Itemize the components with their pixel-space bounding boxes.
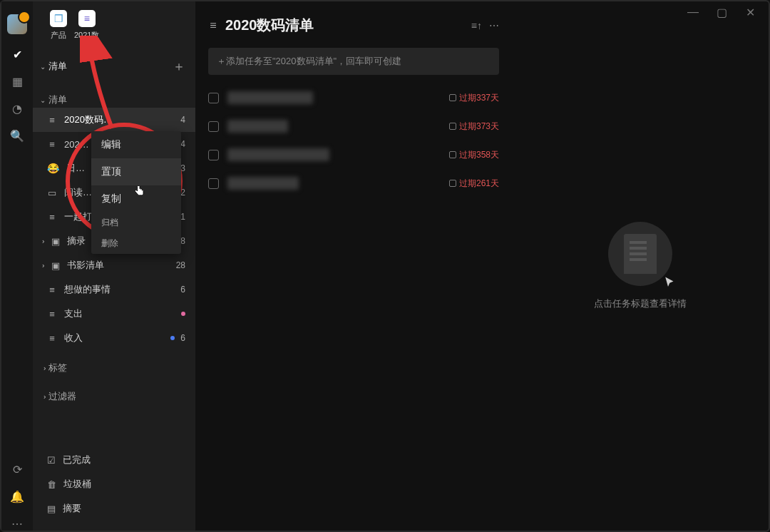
side-panel: ❒ 产品 ≡ 2021数 ⌄清单 ＋ ⌄ 清单 ≡2020数码…4≡202…4😂… — [33, 1, 195, 531]
tag-icon: ❒ — [50, 10, 67, 27]
check-icon: ☑ — [47, 455, 56, 466]
empty-state-icon — [608, 222, 672, 286]
note-icon — [449, 123, 456, 130]
sidebar-item-shuying[interactable]: ⌄▣书影清单28 — [33, 253, 195, 277]
detail-pane: 点击任务标题查看详情 — [512, 1, 769, 531]
sidebar-item-income[interactable]: ≡收入6 — [33, 326, 195, 350]
due-badge: 过期358天 — [449, 149, 499, 161]
chip-2021[interactable]: ≡ 2021数 — [74, 10, 99, 41]
count-badge: 2 — [180, 188, 185, 198]
add-list-button[interactable]: ＋ — [173, 58, 185, 75]
chevron-down-icon: ⌄ — [40, 96, 46, 104]
subsection-title: 清单 — [48, 94, 67, 105]
chip-product[interactable]: ❒ 产品 — [50, 10, 67, 41]
checkbox[interactable] — [208, 178, 219, 189]
task-title-blurred — [227, 120, 288, 133]
page-title: 2020数码清单 — [225, 16, 314, 35]
task-title-blurred — [227, 91, 313, 104]
note-icon — [449, 94, 456, 101]
section-title: 过滤器 — [48, 391, 76, 401]
calendar-icon[interactable]: ▦ — [10, 74, 24, 88]
checkbox[interactable] — [208, 150, 219, 160]
tags-section-header[interactable]: ⌄ 标签 — [33, 360, 195, 376]
filters-section-header[interactable]: ⌄ 过滤器 — [33, 389, 195, 404]
sidebar-item-expend[interactable]: ≡支出 — [33, 302, 195, 326]
list-icon: ≡ — [47, 115, 57, 126]
row-label: 书影清单 — [67, 259, 104, 272]
task-row[interactable]: 过期373天 — [208, 112, 499, 140]
note-icon: ▤ — [47, 503, 56, 514]
count-badge: 4 — [180, 139, 185, 149]
color-dot — [181, 312, 185, 316]
list-icon: ≡ — [208, 19, 218, 32]
sync-icon[interactable]: ⟳ — [10, 462, 24, 476]
task-pane: ≡2020数码清单 ≡↑ ⋯ ＋添加任务至"2020数码清单"，回车即可创建 过… — [208, 16, 499, 198]
lists-section-header[interactable]: ⌄清单 ＋ — [33, 53, 195, 79]
due-badge: 过期373天 — [449, 121, 499, 133]
sidebar-item-2020sm[interactable]: ≡2020数码…4 — [33, 108, 195, 132]
book-icon: ▭ — [47, 188, 57, 198]
sidebar-item-todo[interactable]: ≡想做的事情6 — [33, 277, 195, 302]
chevron-down-icon: ⌄ — [40, 63, 46, 71]
app-window: — ▢ ✕ ✔ ▦ ◔ 🔍 ⟳ 🔔 ⋯ ❒ 产品 ≡ 2021数 ⌄清单 ＋ — [0, 0, 770, 532]
task-row[interactable]: 过期358天 — [208, 140, 499, 169]
tasks-icon[interactable]: ✔ — [10, 47, 24, 61]
completed-row[interactable]: ☑已完成 — [33, 448, 195, 472]
chip-label: 2021数 — [74, 30, 99, 41]
count-badge: 4 — [180, 115, 185, 125]
row-label: 支出 — [64, 307, 83, 320]
row-label: 垃圾桶 — [63, 478, 91, 491]
menu-edit[interactable]: 编辑 — [91, 131, 181, 158]
menu-archive[interactable]: 归档 — [91, 213, 181, 233]
timer-icon[interactable]: ◔ — [10, 101, 24, 116]
list-icon: ≡ — [47, 285, 57, 295]
section-title: 标签 — [48, 362, 67, 373]
count-badge: 3 — [180, 163, 185, 173]
note-icon — [449, 151, 456, 158]
note-icon — [449, 180, 456, 187]
summary-row[interactable]: ▤摘要 — [33, 496, 195, 521]
checkbox[interactable] — [208, 93, 219, 103]
chevron-right-icon: ⌄ — [39, 394, 47, 400]
menu-delete[interactable]: 删除 — [91, 233, 181, 254]
folder-icon: ▣ — [51, 260, 60, 271]
pinned-chips: ❒ 产品 ≡ 2021数 — [33, 10, 195, 41]
list-icon: ≡ — [78, 10, 96, 27]
empty-state-text: 点击任务标题查看详情 — [594, 297, 687, 310]
avatar[interactable] — [7, 14, 27, 34]
trash-row[interactable]: 🗑垃圾桶 — [33, 472, 195, 496]
trash-icon: 🗑 — [47, 479, 56, 490]
more-menu-button[interactable]: ⋯ — [489, 20, 499, 31]
emoji-icon: 😂 — [47, 163, 59, 174]
lists-inner-header[interactable]: ⌄ 清单 — [33, 92, 195, 108]
due-badge: 过期261天 — [449, 178, 499, 190]
chip-label: 产品 — [51, 30, 66, 41]
list-icon: ≡ — [47, 333, 57, 344]
count-badge: 6 — [180, 285, 185, 295]
list-icon: ≡ — [47, 139, 57, 150]
more-icon[interactable]: ⋯ — [10, 516, 24, 531]
due-badge: 过期337天 — [449, 92, 499, 104]
row-label: 想做的事情 — [64, 283, 111, 296]
search-icon[interactable]: 🔍 — [10, 128, 24, 143]
row-label: 已完成 — [63, 454, 91, 466]
task-row[interactable]: 过期261天 — [208, 169, 499, 198]
count-badge: 6 — [180, 333, 185, 343]
task-title-blurred — [227, 177, 299, 190]
row-label: 日… — [66, 162, 85, 175]
add-task-input[interactable]: ＋添加任务至"2020数码清单"，回车即可创建 — [208, 48, 499, 75]
row-label: 收入 — [64, 332, 83, 344]
row-label: 2020数码… — [64, 113, 113, 126]
count-badge: 28 — [176, 260, 185, 270]
row-label: 阅读… — [64, 186, 92, 199]
menu-pin[interactable]: 置顶 — [91, 158, 181, 185]
checkbox[interactable] — [208, 121, 219, 132]
section-title: 清单 — [48, 60, 67, 73]
list-icon: ≡ — [47, 309, 57, 319]
task-row[interactable]: 过期337天 — [208, 83, 499, 112]
nav-rail: ✔ ▦ ◔ 🔍 ⟳ 🔔 ⋯ — [1, 1, 33, 531]
row-label: 摘录 — [67, 235, 86, 247]
notification-icon[interactable]: 🔔 — [10, 489, 24, 503]
sort-icon[interactable]: ≡↑ — [471, 20, 482, 31]
chevron-right-icon: ⌄ — [39, 366, 47, 372]
